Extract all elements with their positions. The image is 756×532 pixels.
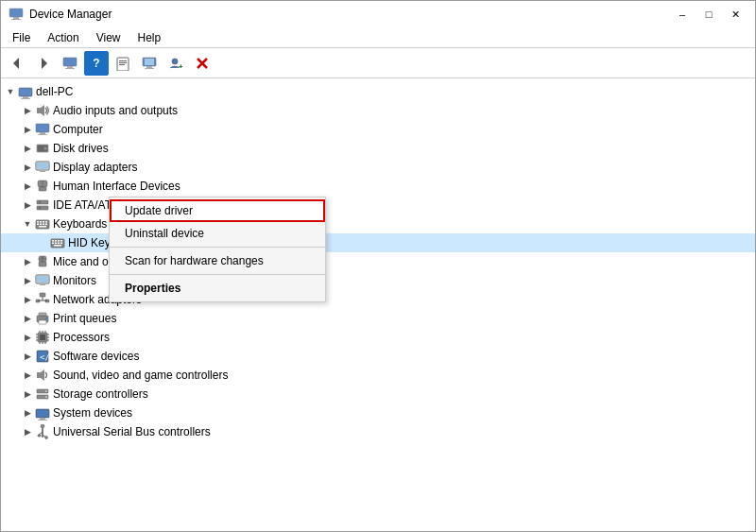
hid-toggle[interactable]: ▶ [20, 179, 35, 194]
svg-rect-5 [63, 58, 77, 66]
ctx-update-driver[interactable]: Update driver [110, 199, 325, 222]
close-button[interactable]: ✕ [723, 5, 747, 24]
toolbar-add-button[interactable]: + [163, 51, 188, 76]
ctx-scan-hardware[interactable]: Scan for hardware changes [110, 249, 325, 272]
window-icon [9, 7, 24, 22]
tree-item-sound[interactable]: ▶ Sound, video and game controllers [1, 366, 755, 385]
usb-toggle[interactable]: ▶ [20, 424, 35, 439]
system-toggle[interactable]: ▶ [20, 405, 35, 420]
ide-icon [35, 197, 50, 213]
processors-toggle[interactable]: ▶ [20, 330, 35, 345]
print-icon [35, 311, 50, 326]
svg-rect-59 [54, 245, 61, 247]
disk-toggle[interactable]: ▶ [20, 141, 35, 156]
mice-icon [35, 254, 50, 269]
maximize-button[interactable]: □ [696, 5, 721, 24]
toolbar: ? + [1, 48, 755, 78]
svg-text:</>: </> [40, 352, 50, 362]
computer-icon [62, 56, 77, 71]
storage-icon [35, 386, 50, 402]
disk-icon [35, 141, 50, 156]
svg-rect-7 [65, 68, 75, 69]
network-icon [35, 292, 50, 307]
toolbar-forward-button[interactable] [31, 51, 56, 76]
toolbar-help-button[interactable]: ? [84, 51, 109, 76]
svg-rect-31 [37, 163, 48, 169]
svg-rect-13 [146, 66, 152, 68]
monitors-toggle[interactable]: ▶ [20, 273, 35, 288]
keyboards-icon [35, 216, 50, 232]
toolbar-monitor-button[interactable] [137, 51, 162, 76]
svg-rect-11 [119, 64, 125, 65]
menu-action[interactable]: Action [40, 27, 86, 47]
svg-rect-54 [60, 240, 62, 242]
svg-rect-55 [52, 243, 54, 245]
tree-item-usb[interactable]: ▶ Universal Serial Bus controllers [1, 422, 755, 441]
tree-item-display[interactable]: ▶ Display adapters [1, 158, 755, 177]
keyboards-toggle[interactable]: ▼ [20, 216, 35, 232]
svg-rect-6 [67, 66, 73, 68]
svg-rect-1 [13, 17, 19, 19]
delete-icon [195, 56, 210, 71]
storage-toggle[interactable]: ▶ [20, 386, 35, 402]
svg-point-29 [44, 147, 47, 150]
keyboards-label: Keyboards [53, 217, 107, 231]
display-toggle[interactable]: ▶ [20, 160, 35, 175]
svg-rect-57 [58, 243, 60, 245]
svg-rect-34 [39, 187, 46, 191]
svg-point-98 [45, 396, 47, 398]
tree-item-audio[interactable]: ▶ Audio inputs and outputs [1, 101, 755, 120]
ctx-properties[interactable]: Properties [110, 277, 325, 300]
ctx-uninstall-device[interactable]: Uninstall device [110, 222, 325, 245]
tree-panel[interactable]: ▼ dell-PC ▶ [1, 78, 755, 531]
svg-rect-14 [145, 68, 154, 69]
computer-label: Computer [53, 123, 103, 136]
minimize-button[interactable]: – [670, 5, 695, 24]
svg-point-77 [45, 317, 47, 319]
sound-toggle[interactable]: ▶ [20, 368, 35, 383]
svg-rect-23 [37, 108, 41, 113]
tree-item-disk[interactable]: ▶ Disk drives [1, 139, 755, 158]
toolbar-delete-button[interactable] [190, 51, 215, 76]
svg-rect-75 [39, 313, 46, 316]
svg-rect-48 [45, 224, 47, 226]
root-toggle[interactable]: ▼ [3, 84, 18, 99]
svg-rect-64 [42, 257, 43, 259]
title-bar-left: Device Manager [9, 7, 112, 22]
software-label: Software devices [53, 350, 139, 363]
device-manager-window: Device Manager – □ ✕ File Action View He… [0, 0, 756, 532]
main-content: ▼ dell-PC ▶ [1, 78, 755, 531]
menu-view[interactable]: View [89, 27, 129, 47]
ide-toggle[interactable]: ▶ [20, 197, 35, 213]
menu-help[interactable]: Help [130, 27, 169, 47]
print-toggle[interactable]: ▶ [20, 311, 35, 326]
network-toggle[interactable]: ▶ [20, 292, 35, 307]
tree-item-system[interactable]: ▶ System devices [1, 403, 755, 422]
system-icon [35, 405, 50, 420]
tree-item-software[interactable]: ▶ </> Software devices [1, 347, 755, 366]
tree-item-processors[interactable]: ▶ [1, 328, 755, 347]
toolbar-back-button[interactable] [5, 51, 29, 76]
tree-item-print[interactable]: ▶ Print queues [1, 309, 755, 328]
ctx-separator-2 [110, 274, 325, 275]
svg-rect-53 [58, 240, 60, 242]
toolbar-properties-button[interactable] [111, 51, 135, 76]
computer-toggle[interactable]: ▶ [20, 122, 35, 137]
tree-root[interactable]: ▼ dell-PC [1, 82, 755, 101]
tree-item-storage[interactable]: ▶ Storage controllers [1, 385, 755, 403]
toolbar-computer-button[interactable] [58, 51, 82, 76]
svg-text:+: + [179, 62, 183, 71]
window-title: Device Manager [29, 8, 112, 21]
menu-file[interactable]: File [5, 27, 38, 47]
system-label: System devices [53, 406, 132, 420]
mice-toggle[interactable]: ▶ [20, 254, 35, 269]
tree-item-computer[interactable]: ▶ Computer [1, 120, 755, 139]
software-toggle[interactable]: ▶ [20, 349, 35, 364]
sound-icon [35, 368, 50, 383]
tree-item-hid[interactable]: ▶ Human Interface Devices [1, 177, 755, 196]
ctx-separator [110, 247, 325, 248]
svg-rect-56 [55, 243, 57, 245]
svg-rect-51 [52, 240, 54, 242]
svg-rect-99 [36, 409, 49, 418]
audio-toggle[interactable]: ▶ [20, 103, 35, 118]
